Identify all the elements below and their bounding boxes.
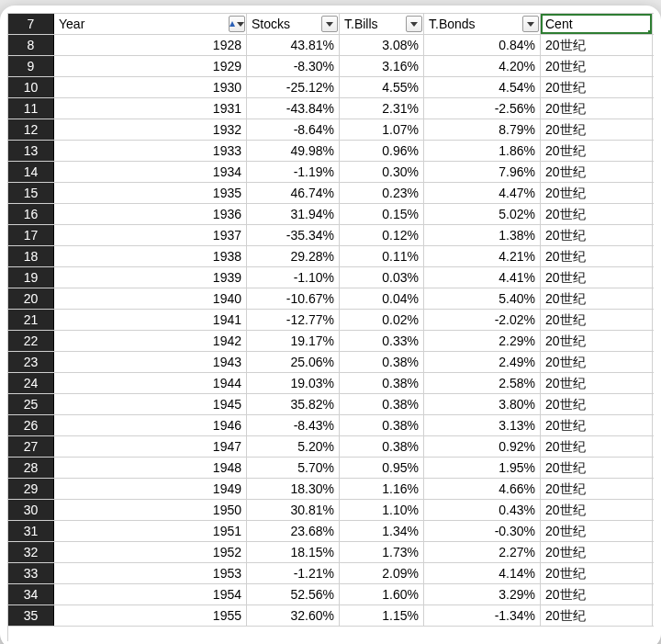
cell-cent[interactable]: 20世纪 [541, 563, 653, 583]
cell-tbills[interactable]: 0.04% [340, 288, 424, 309]
cell-stocks[interactable]: 29.28% [247, 246, 340, 266]
row-number[interactable]: 27 [8, 436, 54, 457]
cell-year[interactable]: 1931 [54, 98, 247, 119]
cell-cent[interactable]: 20世纪 [541, 373, 653, 393]
cell-year[interactable]: 1948 [54, 458, 247, 478]
row-number[interactable]: 18 [8, 246, 54, 266]
cell-cent[interactable]: 20世纪 [541, 141, 653, 161]
cell-tbonds[interactable]: 1.95% [424, 458, 541, 478]
cell-cent[interactable]: 20世纪 [541, 521, 653, 541]
cell-tbills[interactable]: 0.38% [340, 394, 424, 414]
row-number[interactable]: 34 [8, 584, 54, 604]
cell-year[interactable]: 1941 [54, 310, 247, 330]
row-number[interactable]: 17 [8, 225, 54, 245]
cell-stocks[interactable]: 30.81% [247, 500, 340, 520]
row-number[interactable]: 19 [8, 267, 54, 288]
cell-cent[interactable]: 20世纪 [541, 119, 653, 140]
cell-tbonds[interactable]: 7.96% [424, 162, 541, 182]
cell-tbills[interactable]: 0.38% [340, 352, 424, 372]
cell-tbonds[interactable]: 2.58% [424, 373, 541, 393]
cell-cent[interactable]: 20世纪 [541, 246, 653, 266]
cell-year[interactable]: 1930 [54, 77, 247, 97]
row-number[interactable]: 9 [8, 56, 54, 76]
cell-year[interactable]: 1949 [54, 479, 247, 499]
cell-tbonds[interactable]: 0.84% [424, 35, 541, 55]
cell-stocks[interactable]: 32.60% [247, 605, 340, 626]
cell-stocks[interactable]: -25.12% [247, 77, 340, 97]
cell-tbills[interactable]: 1.15% [340, 605, 424, 626]
cell-tbills[interactable]: 2.09% [340, 563, 424, 583]
row-number[interactable]: 11 [8, 98, 54, 119]
cell-year[interactable]: 1934 [54, 162, 247, 182]
cell-stocks[interactable]: 19.17% [247, 331, 340, 351]
cell-stocks[interactable]: -8.30% [247, 56, 340, 76]
cell-tbonds[interactable]: 2.27% [424, 542, 541, 562]
cell-year[interactable]: 1945 [54, 394, 247, 414]
cell-cent[interactable]: 20世纪 [541, 394, 653, 414]
cell-year[interactable]: 1951 [54, 521, 247, 541]
cell-year[interactable]: 1938 [54, 246, 247, 266]
cell-stocks[interactable]: -12.77% [247, 310, 340, 330]
cell-stocks[interactable]: 46.74% [247, 183, 340, 203]
cell-year[interactable]: 1942 [54, 331, 247, 351]
cell-stocks[interactable]: 49.98% [247, 141, 340, 161]
cell-year[interactable]: 1944 [54, 373, 247, 393]
cell-stocks[interactable]: 18.15% [247, 542, 340, 562]
row-number[interactable]: 13 [8, 141, 54, 161]
row-number[interactable]: 29 [8, 479, 54, 499]
cell-tbonds[interactable]: 5.40% [424, 288, 541, 309]
cell-tbills[interactable]: 1.10% [340, 500, 424, 520]
cell-tbonds[interactable]: -2.56% [424, 98, 541, 119]
filter-dropdown-icon[interactable] [406, 16, 422, 32]
cell-tbonds[interactable]: 4.20% [424, 56, 541, 76]
cell-stocks[interactable]: 18.30% [247, 479, 340, 499]
cell-stocks[interactable]: -10.67% [247, 288, 340, 309]
cell-cent[interactable]: 20世纪 [541, 288, 653, 309]
cell-year[interactable]: 1937 [54, 225, 247, 245]
cell-tbonds[interactable]: 8.79% [424, 119, 541, 140]
cell-tbonds[interactable]: 0.43% [424, 500, 541, 520]
cell-year[interactable]: 1940 [54, 288, 247, 309]
cell-stocks[interactable]: -1.19% [247, 162, 340, 182]
cell-stocks[interactable]: -43.84% [247, 98, 340, 119]
cell-tbonds[interactable]: 3.13% [424, 415, 541, 435]
row-number[interactable]: 25 [8, 394, 54, 414]
cell-tbonds[interactable]: 4.47% [424, 183, 541, 203]
row-number[interactable]: 14 [8, 162, 54, 182]
cell-year[interactable]: 1932 [54, 119, 247, 140]
cell-cent[interactable]: 20世纪 [541, 542, 653, 562]
cell-tbills[interactable]: 3.08% [340, 35, 424, 55]
cell-cent[interactable]: 20世纪 [541, 415, 653, 435]
column-header-year[interactable]: Year [54, 14, 247, 34]
cell-year[interactable]: 1952 [54, 542, 247, 562]
cell-cent[interactable]: 20世纪 [541, 162, 653, 182]
cell-tbills[interactable]: 2.31% [340, 98, 424, 119]
cell-tbills[interactable]: 0.15% [340, 204, 424, 224]
cell-cent[interactable]: 20世纪 [541, 331, 653, 351]
cell-tbills[interactable]: 0.38% [340, 373, 424, 393]
cell-year[interactable]: 1950 [54, 500, 247, 520]
cell-tbills[interactable]: 0.96% [340, 141, 424, 161]
cell-tbills[interactable]: 0.38% [340, 436, 424, 457]
cell-cent[interactable]: 20世纪 [541, 56, 653, 76]
cell-tbonds[interactable]: -2.02% [424, 310, 541, 330]
cell-stocks[interactable]: 43.81% [247, 35, 340, 55]
cell-tbonds[interactable]: 1.38% [424, 225, 541, 245]
row-number[interactable]: 8 [8, 35, 54, 55]
column-header-tbills[interactable]: T.Bills [340, 14, 424, 34]
cell-tbonds[interactable]: 4.14% [424, 563, 541, 583]
cell-year[interactable]: 1954 [54, 584, 247, 604]
row-number[interactable]: 26 [8, 415, 54, 435]
row-number[interactable]: 35 [8, 605, 54, 626]
cell-cent[interactable]: 20世纪 [541, 225, 653, 245]
cell-tbonds[interactable]: 4.21% [424, 246, 541, 266]
cell-cent[interactable]: 20世纪 [541, 605, 653, 626]
cell-cent[interactable]: 20世纪 [541, 98, 653, 119]
cell-cent[interactable]: 20世纪 [541, 584, 653, 604]
cell-cent[interactable]: 20世纪 [541, 204, 653, 224]
cell-stocks[interactable]: 25.06% [247, 352, 340, 372]
cell-stocks[interactable]: 19.03% [247, 373, 340, 393]
cell-tbills[interactable]: 1.60% [340, 584, 424, 604]
cell-stocks[interactable]: -35.34% [247, 225, 340, 245]
cell-cent[interactable]: 20世纪 [541, 500, 653, 520]
